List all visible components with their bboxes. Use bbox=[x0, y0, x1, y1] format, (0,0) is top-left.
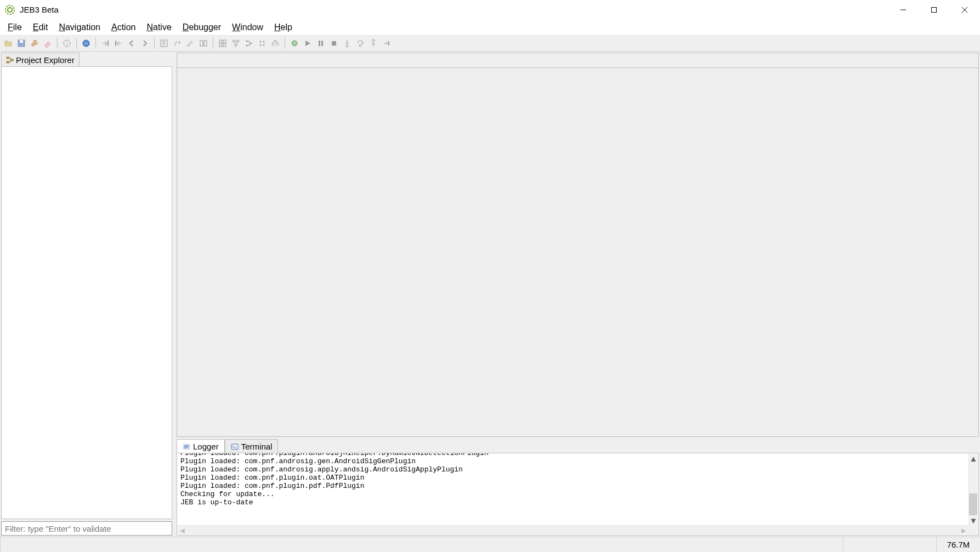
save-icon bbox=[17, 39, 26, 48]
minimize-button[interactable] bbox=[888, 0, 919, 20]
debug-pause-button[interactable] bbox=[315, 37, 327, 49]
logger-text[interactable]: Plugin loaded: com.pnf.plugin.androidjni… bbox=[177, 453, 968, 507]
debug-stop-button[interactable] bbox=[328, 37, 340, 49]
maximize-button[interactable] bbox=[919, 0, 949, 20]
wrench-icon bbox=[30, 39, 39, 48]
project-tree[interactable] bbox=[1, 66, 172, 519]
toolbar-separator bbox=[76, 38, 77, 49]
svg-rect-12 bbox=[200, 41, 203, 46]
nav-back-icon bbox=[127, 39, 136, 48]
status-middle bbox=[843, 537, 936, 552]
eraser-button[interactable] bbox=[42, 37, 54, 49]
jump-back-button[interactable] bbox=[112, 37, 124, 49]
debug-continue-button[interactable] bbox=[302, 37, 314, 49]
rename-button[interactable] bbox=[184, 37, 196, 49]
toolbar-separator bbox=[95, 38, 96, 49]
scroll-left-icon[interactable]: ◄ bbox=[178, 526, 187, 535]
svg-point-1 bbox=[8, 8, 12, 12]
svg-rect-37 bbox=[7, 57, 9, 59]
project-tree-icon bbox=[6, 56, 14, 64]
svg-rect-13 bbox=[204, 41, 207, 46]
debug-stepover-icon bbox=[356, 39, 365, 48]
nav-back-button[interactable] bbox=[126, 37, 138, 49]
nav-forward-icon bbox=[140, 39, 149, 48]
logger-hscroll[interactable]: ◄ ► bbox=[178, 525, 968, 534]
save-button[interactable] bbox=[15, 37, 27, 49]
svg-rect-15 bbox=[223, 40, 226, 43]
view-nav-button[interactable] bbox=[269, 37, 281, 49]
toolbar-separator bbox=[57, 38, 58, 49]
svg-point-0 bbox=[5, 5, 14, 14]
jump-to-button[interactable] bbox=[99, 37, 111, 49]
svg-rect-39 bbox=[11, 59, 13, 61]
editor-area bbox=[177, 53, 979, 437]
svg-rect-17 bbox=[223, 44, 226, 47]
xrefs-button[interactable] bbox=[197, 37, 209, 49]
menu-file[interactable]: File bbox=[2, 21, 27, 34]
jump-back-icon bbox=[114, 39, 123, 48]
project-filter-input[interactable] bbox=[1, 521, 172, 536]
svg-rect-9 bbox=[115, 41, 116, 46]
scroll-right-icon[interactable]: ► bbox=[959, 526, 968, 535]
svg-rect-2 bbox=[932, 7, 937, 12]
globe-button[interactable] bbox=[80, 37, 92, 49]
rename-icon bbox=[186, 39, 195, 48]
svg-point-25 bbox=[263, 41, 265, 43]
comment-button[interactable]: /* bbox=[171, 37, 183, 49]
menu-edit[interactable]: Edit bbox=[27, 21, 54, 34]
debug-stepinto-icon bbox=[343, 39, 352, 48]
scroll-thumb[interactable] bbox=[969, 493, 977, 515]
svg-point-24 bbox=[260, 41, 262, 43]
scroll-up-icon[interactable]: ▲ bbox=[969, 454, 978, 463]
project-explorer-panel: Project Explorer bbox=[0, 52, 177, 537]
svg-point-33 bbox=[346, 45, 348, 47]
svg-text:/*: /* bbox=[174, 40, 181, 47]
logger-vscroll[interactable]: ▲ ▼ bbox=[968, 454, 978, 525]
svg-point-20 bbox=[235, 44, 237, 47]
svg-rect-16 bbox=[219, 44, 222, 47]
svg-rect-4 bbox=[20, 40, 23, 43]
project-explorer-tab-label: Project Explorer bbox=[16, 55, 75, 65]
terminal-tab[interactable]: Terminal bbox=[225, 439, 279, 453]
debug-stepout-button[interactable] bbox=[367, 37, 379, 49]
terminal-icon bbox=[231, 443, 239, 451]
decompile-button[interactable] bbox=[158, 37, 170, 49]
svg-rect-14 bbox=[219, 40, 222, 43]
svg-rect-36 bbox=[388, 41, 389, 45]
nav-forward-button[interactable] bbox=[139, 37, 151, 49]
svg-rect-32 bbox=[332, 41, 336, 45]
view-tree-button[interactable] bbox=[243, 37, 255, 49]
info-button[interactable]: i bbox=[61, 37, 73, 49]
project-explorer-tab[interactable]: Project Explorer bbox=[1, 53, 80, 67]
view-graph-icon bbox=[231, 39, 240, 48]
svg-rect-41 bbox=[231, 444, 238, 449]
close-button[interactable] bbox=[949, 0, 980, 20]
wrench-button[interactable] bbox=[29, 37, 41, 49]
comment-icon: /* bbox=[173, 39, 182, 48]
debug-start-button[interactable] bbox=[288, 37, 301, 49]
menu-window[interactable]: Window bbox=[226, 21, 269, 34]
debug-stepinto-button[interactable] bbox=[341, 37, 353, 49]
view-grid-button[interactable] bbox=[217, 37, 229, 49]
menu-action[interactable]: Action bbox=[106, 21, 141, 34]
menu-help[interactable]: Help bbox=[269, 21, 298, 34]
logger-tab[interactable]: Logger bbox=[177, 439, 225, 453]
status-memory: 76.7M bbox=[936, 537, 980, 552]
view-hex-button[interactable] bbox=[256, 37, 268, 49]
scroll-down-icon[interactable]: ▼ bbox=[969, 516, 978, 525]
open-icon bbox=[4, 39, 13, 48]
debug-runto-button[interactable] bbox=[381, 37, 393, 49]
toolbar-separator bbox=[285, 38, 285, 49]
menu-navigation[interactable]: Navigation bbox=[53, 21, 106, 34]
svg-point-27 bbox=[263, 44, 265, 46]
logger-tab-label: Logger bbox=[193, 442, 219, 451]
jump-to-icon bbox=[101, 39, 110, 48]
view-grid-icon bbox=[218, 39, 227, 48]
menu-debugger[interactable]: Debugger bbox=[177, 21, 226, 34]
open-button[interactable] bbox=[2, 37, 14, 49]
toolbar-separator bbox=[213, 38, 213, 49]
menu-native[interactable]: Native bbox=[141, 21, 177, 34]
view-graph-button[interactable] bbox=[230, 37, 242, 49]
debug-stepover-button[interactable] bbox=[354, 37, 366, 49]
logger-view: Plugin loaded: com.pnf.plugin.androidjni… bbox=[177, 453, 979, 536]
